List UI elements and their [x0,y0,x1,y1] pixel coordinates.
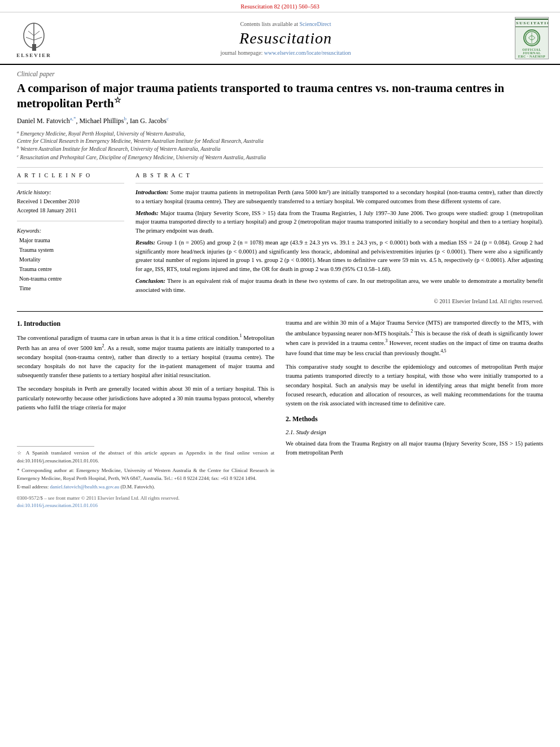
footnote-divider [17,446,94,447]
body-para-1: The conventional paradigm of trauma care… [17,333,274,380]
article-info-column: A R T I C L E I N F O Article history: R… [17,172,124,305]
article-type: Clinical paper [17,71,543,77]
journal-header: ELSEVIER Contents lists available at Sci… [0,12,560,65]
article-history: Article history: Received 1 December 201… [17,188,124,215]
elsevier-logo: ELSEVIER [11,19,56,58]
svg-line-4 [34,31,40,36]
elsevier-tree-icon [16,19,53,53]
article-info-abstract-section: A R T I C L E I N F O Article history: R… [17,172,543,305]
doi-link[interactable]: doi:10.1016/j.resuscitation.2011.01.016 [17,503,98,508]
footnote-email: E-mail address: daniel.fatovich@health.w… [17,483,274,491]
body-col-left: 1. Introduction The conventional paradig… [17,318,274,509]
abstract-methods: Methods: Major trauma (Injury Severity S… [135,209,543,235]
email-link[interactable]: daniel.fatovich@health.wa.gov.au [50,484,119,490]
journal-url[interactable]: www.elsevier.com/locate/resuscitation [264,50,351,56]
keywords-divider [17,221,124,221]
body-two-col: 1. Introduction The conventional paradig… [17,318,543,509]
keyword-5: Non-trauma centre [19,274,124,283]
contents-line: Contents lists available at ScienceDirec… [62,21,509,27]
keyword-4: Trauma centre [19,264,124,274]
article-info-divider [17,183,124,184]
body-para-3: trauma and are within 30 min of a Major … [286,318,543,358]
section-divider-1 [17,167,543,168]
keyword-3: Mortality [19,255,124,264]
sciencedirect-link[interactable]: ScienceDirect [299,21,331,27]
svg-line-6 [34,37,42,40]
body-para-2: The secondary hospitals in Perth are gen… [17,385,274,412]
footnote-corresponding: * Corresponding author at: Emergency Med… [17,467,274,482]
keyword-2: Trauma system [19,245,124,255]
article-info-heading: A R T I C L E I N F O [17,172,124,178]
journal-title: Resuscitation [62,29,509,47]
abstract-results: Results: Group 1 (n = 2005) and group 2 … [135,238,543,274]
journal-header-center: Contents lists available at ScienceDirec… [62,21,509,56]
journal-homepage: journal homepage: www.elsevier.com/locat… [62,50,509,56]
authors-line: Daniel M. Fatovicha,*, Michael Phillipsb… [17,116,543,125]
keywords-section: Keywords: Major trauma Trauma system Mor… [17,226,124,293]
bottom-info: 0300-9572/$ – see front matter © 2011 El… [17,495,274,510]
abstract-column: A B S T R A C T Introduction: Some major… [135,172,543,305]
affiliations: a Emergency Medicine, Royal Perth Hospit… [17,130,543,162]
body-col-right: trauma and are within 30 min of a Major … [286,318,543,509]
subsection-2-1-title: 2.1. Study design [286,428,543,437]
svg-line-5 [26,37,34,40]
elsevier-label: ELSEVIER [16,53,51,58]
paper-body: Clinical paper A comparison of major tra… [0,65,560,521]
abstract-conclusion: Conclusion: There is an equivalent risk … [135,277,543,295]
footnote-star: ☆ A Spanish translated version of the ab… [17,449,274,465]
abstract-heading: A B S T R A C T [135,172,543,178]
section-2-title: 2. Methods [286,414,543,425]
journal-cover-thumbnail: RESUSCITATION OFFICIAL JOURNALERC · NAEM… [515,17,549,59]
body-para-5: We obtained data from the Trauma Registr… [286,439,543,458]
keyword-1: Major trauma [19,235,124,245]
section-1-title: 1. Introduction [17,318,274,329]
article-title: A comparison of major trauma patients tr… [17,81,543,111]
doi-bar: Resuscitation 82 (2011) 560–563 [0,0,560,12]
body-section-divider [17,311,543,312]
copyright-line: © 2011 Elsevier Ireland Ltd. All rights … [135,297,543,305]
abstract-intro: Introduction: Some major trauma patients… [135,188,543,206]
svg-line-3 [28,31,34,36]
keyword-6: Time [19,283,124,293]
abstract-text: Introduction: Some major trauma patients… [135,188,543,305]
abstract-divider [135,183,543,184]
doi-text: Resuscitation 82 (2011) 560–563 [240,3,319,10]
body-para-4: This comparative study sought to describ… [286,362,543,408]
